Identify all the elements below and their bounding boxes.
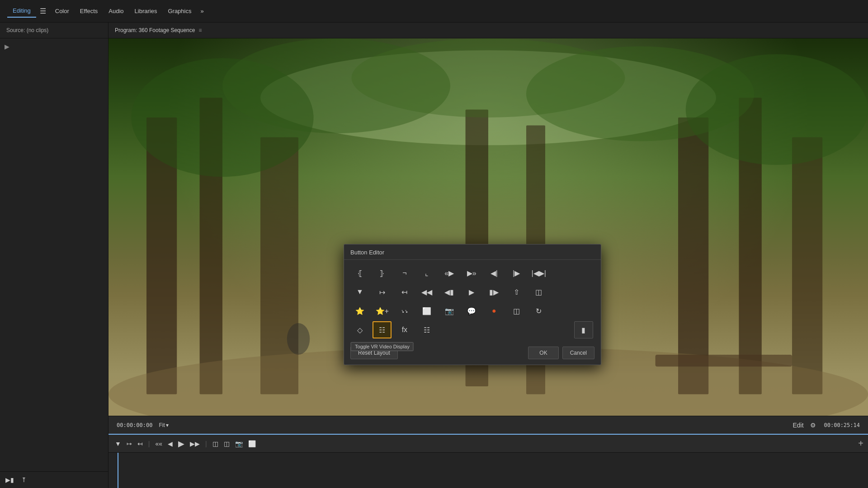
tl-btn-insert2[interactable]: ◫ — [222, 439, 231, 448]
nav-hamburger-icon[interactable]: ☰ — [36, 4, 50, 18]
program-monitor-title: Program: 360 Footage Sequence — [115, 27, 195, 33]
btn-step-fwd[interactable]: ▮▶ — [485, 283, 504, 300]
timecode-end: 00:00:25:14 — [821, 422, 863, 428]
btn-toggle-vr[interactable]: ☷ Toggle VR Video Display — [373, 321, 392, 338]
nav-color[interactable]: Color — [50, 5, 75, 17]
timeline-controls: ▼ ↦ ↤ | «« ◀ ▶ ▶▶ | ◫ ◫ 📷 ⬜ + — [108, 435, 868, 453]
btn-lift[interactable]: ⭐ — [350, 302, 369, 319]
btn-insert[interactable]: ◫ — [529, 283, 548, 300]
source-panel: Source: (no clips) ▶ ▶▮ ⤒ — [0, 23, 108, 488]
source-panel-body: ▶ — [0, 38, 108, 471]
fit-chevron-icon: ▾ — [166, 422, 169, 428]
btn-add-marker[interactable]: 💬 — [462, 302, 481, 319]
btn-empty-r4c5 — [440, 321, 459, 338]
forest-svg — [108, 38, 868, 434]
btn-timeline-zoom[interactable]: ◫ — [507, 302, 526, 319]
btn-empty-r4c7 — [485, 321, 504, 338]
monitor-controls: 00:00:00:00 Fit ▾ Edit ⚙ 00:00:25:14 — [108, 416, 868, 434]
fit-dropdown[interactable]: Fit ▾ — [159, 422, 168, 428]
dialog-grid: ⦃ ⦄ ¬ ⌞ «▶ ▶» ◀| |▶ |◀▶| ▼ ↦ ↤ ◀◀ ◀▮ — [344, 260, 601, 343]
btn-empty-r1c11 — [574, 264, 593, 282]
btn-go-out[interactable]: ▶» — [462, 264, 481, 282]
timeline-track[interactable] — [108, 453, 868, 488]
svg-point-13 — [686, 54, 868, 165]
dialog-footer: Reset Layout OK Cancel — [344, 343, 601, 365]
svg-rect-19 — [656, 355, 792, 366]
video-frame — [108, 38, 868, 434]
btn-extract[interactable]: ⭐+ — [373, 302, 392, 319]
btn-ripple-trim-prev[interactable]: ↤ — [395, 283, 414, 300]
tl-btn-step-back2[interactable]: ◀ — [166, 439, 175, 448]
nav-graphics[interactable]: Graphics — [162, 5, 197, 17]
svg-rect-4 — [678, 117, 708, 394]
tl-btn-go-prev[interactable]: «« — [154, 439, 165, 448]
btn-step-back[interactable]: ◀▮ — [440, 283, 459, 300]
main-layout: Source: (no clips) ▶ ▶▮ ⤒ Program: 360 F… — [0, 23, 868, 488]
btn-fx[interactable]: fx — [395, 321, 414, 338]
btn-next-edit[interactable]: |▶ — [507, 264, 526, 282]
program-menu-icon[interactable]: ≡ — [198, 27, 202, 33]
timeline: ▼ ↦ ↤ | «« ◀ ▶ ▶▶ | ◫ ◫ 📷 ⬜ + — [108, 434, 868, 488]
btn-rotate-vr[interactable]: ↻ — [529, 302, 548, 319]
top-nav: Editing ☰ Color Effects Audio Libraries … — [0, 0, 868, 23]
btn-empty-r3c10 — [552, 302, 571, 319]
btn-vr-display2[interactable]: ◇ — [350, 321, 369, 338]
tl-btn-separator1: | — [146, 439, 152, 448]
btn-ripple-trim-next[interactable]: ↦ — [373, 283, 392, 300]
btn-snap[interactable]: 📷 — [440, 302, 459, 319]
btn-empty-r2c11 — [574, 283, 593, 300]
cancel-button[interactable]: Cancel — [562, 347, 594, 359]
btn-go-prev-edit2[interactable]: |◀▶| — [529, 264, 548, 282]
svg-rect-6 — [792, 137, 822, 394]
btn-mark-clip[interactable]: ¬ — [395, 264, 414, 282]
tl-btn-snap2[interactable]: 📷 — [233, 439, 245, 448]
tl-btn-step-fwd2[interactable]: ▶▶ — [188, 439, 202, 448]
tl-btn-play[interactable]: ▶ — [176, 438, 186, 450]
nav-editing[interactable]: Editing — [7, 5, 36, 18]
ok-button[interactable]: OK — [528, 347, 558, 359]
right-content: Program: 360 Footage Sequence ≡ — [108, 23, 868, 488]
btn-mark-in[interactable]: ⦃ — [350, 264, 369, 282]
btn-zoom-to-seq[interactable]: ⭏⭏ — [395, 302, 414, 319]
reset-layout-button[interactable]: Reset Layout — [350, 347, 398, 359]
tl-btn-mark-out[interactable]: ↤ — [136, 439, 145, 448]
btn-captions[interactable]: ☷ — [417, 321, 436, 338]
add-track-button[interactable]: + — [858, 438, 863, 449]
btn-overwrite[interactable]: ▼ — [350, 283, 369, 300]
btn-rewind[interactable]: ◀◀ — [417, 283, 436, 300]
tl-btn-timeline-zoom2[interactable]: ◫ — [211, 439, 220, 448]
source-panel-header: Source: (no clips) — [0, 23, 108, 38]
source-play-arrow-icon[interactable]: ▶ — [5, 43, 9, 50]
edit-label[interactable]: Edit — [791, 421, 805, 430]
fit-label: Fit — [159, 422, 165, 428]
btn-empty-r4c8 — [507, 321, 526, 338]
tl-btn-mark[interactable]: ▼ — [113, 439, 123, 448]
video-container: 00:00:00:00 Fit ▾ Edit ⚙ 00:00:25:14 But… — [108, 38, 868, 434]
btn-empty-r3c11 — [574, 302, 593, 319]
btn-go-in[interactable]: «▶ — [440, 264, 459, 282]
btn-export-frame[interactable]: ⇧ — [507, 283, 526, 300]
btn-empty-r1c10 — [552, 264, 571, 282]
btn-play[interactable]: ▶ — [462, 283, 481, 300]
btn-mark-selection[interactable]: ⌞ — [417, 264, 436, 282]
btn-record-marker[interactable]: ● — [485, 302, 504, 319]
btn-prev-edit[interactable]: ◀| — [485, 264, 504, 282]
source-export-btn[interactable]: ⤒ — [19, 475, 28, 484]
nav-libraries[interactable]: Libraries — [129, 5, 163, 17]
nav-effects[interactable]: Effects — [75, 5, 104, 17]
btn-safe-margins[interactable]: ⬜ — [417, 302, 436, 319]
tl-btn-mark-in[interactable]: ↦ — [125, 439, 134, 448]
source-play-btn[interactable]: ▶▮ — [4, 475, 16, 484]
source-panel-label: Source: (no clips) — [6, 27, 48, 33]
dialog-title: Button Editor — [344, 244, 601, 260]
tl-btn-separator2: | — [203, 439, 209, 448]
btn-mark-out[interactable]: ⦄ — [373, 264, 392, 282]
tl-btn-safe2[interactable]: ⬜ — [246, 439, 258, 448]
btn-spacer-slot[interactable]: ▮ — [574, 321, 593, 338]
btn-empty-r2c10 — [552, 283, 571, 300]
nav-more-icon[interactable]: » — [197, 5, 207, 17]
btn-empty-r4c10 — [552, 321, 571, 338]
nav-audio[interactable]: Audio — [103, 5, 129, 17]
monitor-settings-icon[interactable]: ⚙ — [808, 421, 818, 430]
btn-empty-r4c9 — [529, 321, 548, 338]
